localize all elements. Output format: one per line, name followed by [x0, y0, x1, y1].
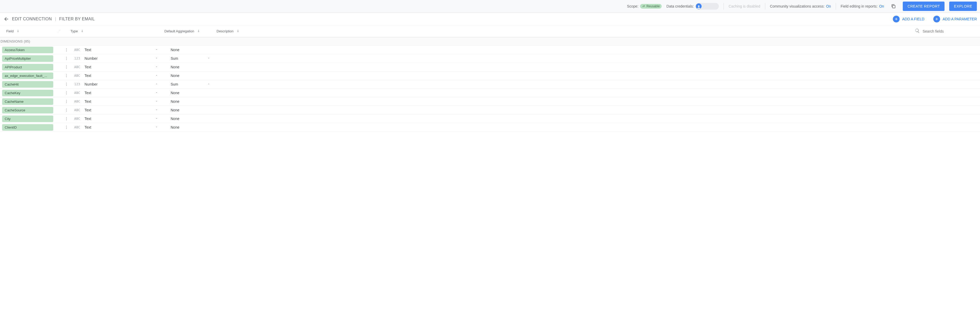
- aggregation-cell[interactable]: Sum: [164, 82, 216, 86]
- svg-point-7: [66, 59, 67, 60]
- row-menu-button[interactable]: [63, 91, 70, 95]
- column-header-description[interactable]: Description: [216, 29, 915, 33]
- table-row: APIProduct ABC Text None: [0, 63, 980, 71]
- add-parameter-button[interactable]: ADD A PARAMETER: [933, 16, 977, 22]
- breadcrumb-edit-connection[interactable]: EDIT CONNECTION: [12, 17, 52, 21]
- type-label: Text: [84, 48, 150, 52]
- row-menu-button[interactable]: [63, 48, 70, 52]
- type-cell[interactable]: ABC Text: [70, 65, 164, 69]
- row-menu-button[interactable]: [63, 108, 70, 112]
- aggregation-label: None: [171, 99, 202, 103]
- search-fields-wrapper: [915, 28, 980, 34]
- field-chip[interactable]: APIProduct: [2, 64, 53, 70]
- table-row: CacheSource ABC Text None: [0, 106, 980, 114]
- column-label: Description: [216, 29, 234, 33]
- aggregation-cell[interactable]: None: [164, 125, 216, 129]
- field-name: City: [5, 117, 10, 121]
- create-report-label: CREATE REPORT: [907, 4, 940, 8]
- sort-icon: [80, 29, 84, 33]
- field-editing-label: Field editing in reports:: [841, 4, 878, 8]
- explore-button[interactable]: EXPLORE: [949, 2, 977, 11]
- credentials-pill[interactable]: [695, 3, 719, 10]
- field-chip[interactable]: CacheKey: [2, 90, 53, 96]
- table-row: CacheName ABC Text None: [0, 97, 980, 106]
- row-menu-button[interactable]: [63, 82, 70, 86]
- svg-point-29: [66, 126, 67, 126]
- more-vert-icon: [64, 65, 68, 69]
- chevron-down-icon: [155, 117, 158, 121]
- svg-point-8: [66, 65, 67, 66]
- field-chip[interactable]: CacheHit: [2, 81, 53, 87]
- type-cell[interactable]: ABC Text: [70, 99, 164, 103]
- column-header-type[interactable]: Type: [70, 29, 164, 33]
- create-report-button[interactable]: CREATE REPORT: [903, 2, 945, 11]
- copy-button[interactable]: [889, 2, 898, 11]
- add-field-label: ADD A FIELD: [902, 17, 924, 21]
- reusable-icon: [642, 5, 646, 8]
- row-menu-button[interactable]: [63, 65, 70, 69]
- svg-rect-1: [892, 5, 895, 8]
- aggregation-cell[interactable]: None: [164, 65, 216, 69]
- scope-chip[interactable]: Reusable: [640, 4, 662, 9]
- field-chip[interactable]: CacheName: [2, 99, 53, 105]
- field-name: CacheHit: [5, 83, 19, 86]
- type-cell[interactable]: ABC Text: [70, 117, 164, 121]
- group-label: DIMENSIONS (85): [0, 40, 30, 43]
- field-chip[interactable]: ApiPriceMultiplier: [2, 55, 53, 62]
- field-chip[interactable]: City: [2, 116, 53, 122]
- breadcrumb-separator: |: [55, 17, 56, 21]
- row-menu-button[interactable]: [63, 73, 70, 78]
- chevron-down-icon: [155, 99, 158, 103]
- aggregation-label: None: [171, 91, 202, 95]
- aggregation-cell[interactable]: None: [164, 117, 216, 121]
- aggregation-cell[interactable]: Sum: [164, 56, 216, 60]
- column-header-field[interactable]: Field ⋰: [0, 29, 70, 33]
- svg-point-30: [66, 127, 67, 127]
- type-cell[interactable]: ABC Text: [70, 91, 164, 95]
- type-glyph-icon: ABC: [73, 100, 81, 103]
- type-cell[interactable]: 123 Number: [70, 82, 164, 86]
- aggregation-cell[interactable]: None: [164, 48, 216, 52]
- field-editing-value[interactable]: On: [879, 4, 884, 8]
- add-parameter-label: ADD A PARAMETER: [943, 17, 977, 21]
- aggregation-cell[interactable]: None: [164, 73, 216, 78]
- row-menu-button[interactable]: [63, 99, 70, 103]
- chevron-down-icon: [155, 73, 158, 78]
- field-editing-setting: Field editing in reports: On: [841, 4, 884, 8]
- copy-icon: [891, 4, 896, 9]
- type-label: Text: [84, 65, 150, 69]
- type-cell[interactable]: ABC Text: [70, 73, 164, 78]
- add-field-button[interactable]: ADD A FIELD: [893, 16, 924, 22]
- type-glyph-icon: ABC: [73, 74, 81, 78]
- aggregation-cell[interactable]: None: [164, 99, 216, 103]
- type-label: Text: [84, 73, 150, 78]
- aggregation-cell[interactable]: None: [164, 91, 216, 95]
- type-cell[interactable]: 123 Number: [70, 56, 164, 60]
- search-input[interactable]: [923, 29, 974, 33]
- row-menu-button[interactable]: [63, 117, 70, 121]
- field-chip[interactable]: ax_edge_execution_fault_...: [2, 73, 53, 79]
- field-chip[interactable]: CacheSource: [2, 107, 53, 113]
- community-viz-value[interactable]: On: [826, 4, 831, 8]
- row-menu-button[interactable]: [63, 125, 70, 129]
- column-header-aggregation[interactable]: Default Aggregation: [164, 29, 216, 33]
- dimensions-group-header: DIMENSIONS (85): [0, 37, 980, 46]
- aggregation-label: None: [171, 125, 202, 129]
- type-cell[interactable]: ABC Text: [70, 108, 164, 112]
- type-cell[interactable]: ABC Text: [70, 48, 164, 52]
- svg-point-24: [66, 110, 67, 110]
- type-cell[interactable]: ABC Text: [70, 125, 164, 129]
- field-chip[interactable]: ClientID: [2, 124, 53, 131]
- aggregation-cell[interactable]: None: [164, 108, 216, 112]
- plus-icon: [893, 16, 900, 22]
- breadcrumb-filter-by-email[interactable]: FILTER BY EMAIL: [59, 17, 95, 21]
- field-chip[interactable]: AccessToken: [2, 47, 53, 53]
- resize-handle-icon[interactable]: ⋰: [58, 29, 60, 33]
- svg-point-18: [66, 92, 67, 93]
- scope-label: Scope:: [627, 4, 638, 8]
- row-menu-button[interactable]: [63, 56, 70, 60]
- table-row: City ABC Text None: [0, 114, 980, 123]
- arrow-left-icon: [3, 16, 9, 22]
- back-button[interactable]: [2, 15, 10, 23]
- type-label: Text: [84, 99, 150, 103]
